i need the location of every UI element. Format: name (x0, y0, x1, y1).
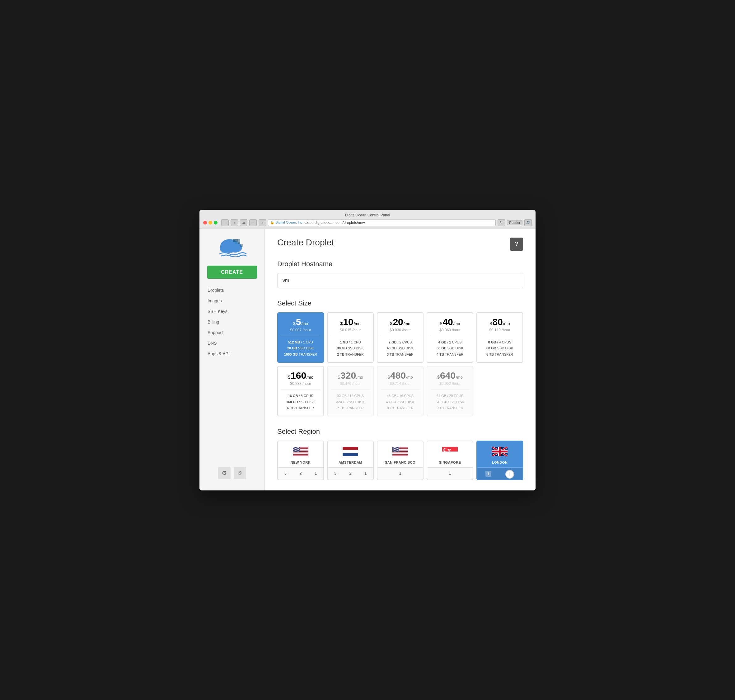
svg-point-30 (297, 449, 298, 450)
close-button[interactable] (203, 221, 207, 225)
svg-point-54 (394, 447, 395, 448)
back-button[interactable]: ‹ (221, 219, 229, 226)
region-card-new-york[interactable]: NEW YORK 3 2 1 (277, 441, 324, 480)
logout-button[interactable]: ⎋ (234, 467, 246, 479)
svg-rect-5 (238, 242, 240, 244)
logo-icon (215, 235, 249, 257)
sidebar-item-dns[interactable]: DNS (202, 338, 261, 349)
region-num[interactable]: 2 (347, 470, 353, 476)
svg-point-38 (295, 451, 295, 451)
browser-window: DigitalOcean Control Panel ‹ › ☁ ↑ + 🔒 D… (200, 210, 535, 490)
region-card-singapore[interactable]: SINGAPORE 1 (427, 441, 473, 480)
size-dollar: $ (337, 375, 340, 379)
svg-point-37 (293, 451, 294, 451)
size-card-40[interactable]: $ 40 /mo $0.060 /hour 4 GB / 2 CPUS 60 G… (427, 312, 473, 363)
sidebar-item-images[interactable]: Images (202, 296, 261, 306)
hostname-section-title: Droplet Hostname (277, 260, 523, 268)
svg-point-76 (397, 451, 398, 451)
svg-point-24 (296, 448, 297, 449)
size-card-160[interactable]: $ 160 /mo $0.238 /hour 16 GB / 8 CPUS 16… (277, 366, 324, 416)
svg-point-18 (295, 447, 295, 448)
size-grid: $ 5 /mo $0.007 /hour 512 MB / 1 CPU 20 G… (277, 312, 523, 417)
svg-point-33 (295, 450, 296, 451)
main-header: Create Droplet ? (277, 238, 523, 251)
forward-button[interactable]: › (230, 219, 238, 226)
cloud-icon[interactable]: ☁ (240, 219, 247, 226)
maximize-button[interactable] (214, 221, 217, 225)
info-icon[interactable]: i (505, 470, 514, 479)
region-num[interactable]: 1 (362, 470, 368, 476)
svg-rect-43 (343, 450, 358, 453)
size-card-10[interactable]: $ 10 /mo $0.015 /hour 1 GB / 1 CPU 30 GB… (327, 312, 374, 363)
region-name-amsterdam: AMSTERDAM (328, 459, 373, 468)
region-num-london-1[interactable]: 1 (486, 471, 491, 477)
url-text: cloud.digitalocean.com/droplets/new (305, 221, 365, 225)
traffic-lights (203, 221, 217, 225)
size-amount: 160 (290, 371, 306, 380)
reader-button[interactable]: Reader (507, 220, 522, 225)
region-nums-singapore: 1 (427, 468, 473, 479)
hostname-input[interactable] (277, 273, 523, 288)
svg-rect-79 (442, 451, 458, 456)
size-divider (281, 336, 320, 336)
region-num[interactable]: 1 (397, 470, 403, 476)
size-card-5[interactable]: $ 5 /mo $0.007 /hour 512 MB / 1 CPU 20 G… (277, 312, 324, 363)
svg-point-39 (296, 451, 296, 451)
svg-point-56 (397, 447, 398, 448)
size-divider (381, 390, 420, 390)
svg-rect-13 (293, 452, 308, 453)
size-hourly: $0.952 /hour (430, 381, 469, 386)
region-num[interactable]: 2 (298, 470, 304, 476)
share-icon[interactable]: ↑ (249, 219, 257, 226)
size-card-80[interactable]: $ 80 /mo $0.119 /hour 8 GB / 4 CPUS 80 G… (477, 312, 523, 363)
size-per-mo: /mo (503, 321, 510, 326)
size-card-640[interactable]: $ 640 /mo $0.952 /hour 64 GB / 20 CPUS 6… (427, 366, 473, 416)
region-card-amsterdam[interactable]: AMSTERDAM 3 2 1 (327, 441, 374, 480)
create-button[interactable]: CREATE (207, 266, 257, 279)
svg-point-81 (445, 449, 447, 451)
region-num[interactable]: 3 (332, 470, 338, 476)
svg-point-40 (297, 451, 298, 451)
settings-button[interactable]: ⚙ (218, 467, 230, 479)
svg-point-65 (396, 449, 396, 450)
sidebar-item-apps-api[interactable]: Apps & API (202, 349, 261, 359)
svg-point-23 (295, 448, 296, 449)
sidebar-item-droplets[interactable]: Droplets (202, 285, 261, 296)
svg-rect-14 (293, 453, 308, 454)
region-card-san-francisco[interactable]: SAN FRANCISCO 1 (377, 441, 424, 480)
svg-point-68 (394, 450, 394, 451)
sidebar-item-ssh-keys[interactable]: SSH Keys (202, 306, 261, 317)
size-amount: 320 (340, 371, 356, 380)
svg-point-70 (396, 450, 397, 451)
region-card-london[interactable]: LONDON 1 i (477, 441, 523, 480)
region-nums-san-francisco: 1 (377, 468, 423, 479)
audio-button[interactable]: 🎵 (524, 219, 532, 226)
region-num[interactable]: 1 (447, 470, 453, 476)
size-price-row: $ 640 /mo (430, 371, 469, 380)
size-dollar: $ (490, 321, 492, 326)
size-card-20[interactable]: $ 20 /mo $0.030 /hour 2 GB / 2 CPUS 40 G… (377, 312, 424, 363)
minimize-button[interactable] (208, 221, 212, 225)
sidebar-item-support[interactable]: Support (202, 327, 261, 338)
sidebar-item-billing[interactable]: Billing (202, 317, 261, 327)
svg-rect-51 (392, 455, 408, 456)
address-bar[interactable]: 🔒 Digital Ocean, Inc. cloud.digitalocean… (268, 219, 496, 226)
size-card-480[interactable]: $ 480 /mo $0.714 /hour 48 GB / 16 CPUS 4… (377, 366, 424, 416)
sidebar: CREATE Droplets Images SSH Keys Billing … (200, 229, 265, 490)
size-divider (331, 336, 370, 336)
region-num[interactable]: 3 (283, 470, 289, 476)
refresh-button[interactable]: ↻ (497, 219, 505, 226)
svg-rect-4 (235, 239, 238, 242)
region-name-san-francisco: SAN FRANCISCO (377, 459, 423, 468)
add-tab-button[interactable]: + (258, 219, 266, 226)
region-flag-area (427, 441, 473, 459)
size-specs: 48 GB / 16 CPUS 480 GB SSD DISK 8 TB TRA… (381, 393, 420, 411)
size-card-320[interactable]: $ 320 /mo $0.476 /hour 32 GB / 12 CPUS 3… (327, 366, 374, 416)
svg-point-75 (396, 451, 396, 451)
size-price-row: $ 320 /mo (331, 371, 370, 380)
size-specs: 4 GB / 2 CPUS 60 GB SSD DISK 4 TB TRANSF… (430, 340, 469, 358)
size-dollar: $ (440, 321, 443, 326)
svg-point-2 (220, 244, 231, 253)
help-button[interactable]: ? (510, 238, 523, 251)
region-num[interactable]: 1 (313, 470, 318, 476)
